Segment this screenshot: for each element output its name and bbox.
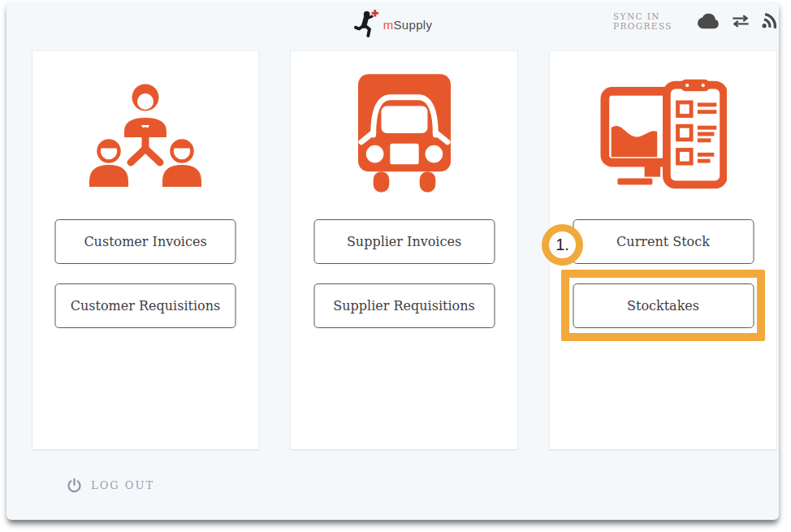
customers-group-icon (32, 72, 258, 196)
current-stock-button[interactable]: Current Stock (573, 219, 754, 264)
msupply-logo-text: mSupply (383, 18, 432, 32)
sync-status-text: SYNC IN PROGRESS (613, 11, 677, 31)
customer-card: Customer Invoices Customer Requisitions (32, 50, 259, 450)
msupply-runner-icon (353, 8, 381, 41)
delivery-truck-icon (291, 72, 517, 196)
rss-signal-icon[interactable] (761, 12, 779, 31)
step-1-annotation: 1. (542, 224, 583, 266)
supplier-card: Supplier Invoices Supplier Requisitions (290, 50, 518, 450)
logout-label: LOG OUT (91, 479, 154, 491)
sync-arrows-icon[interactable] (731, 13, 750, 29)
stock-card: Current Stock Stocktakes (549, 50, 777, 450)
customer-invoices-button[interactable]: Customer Invoices (55, 219, 236, 264)
monitor-clipboard-icon (550, 72, 776, 196)
logout-button[interactable]: LOG OUT (67, 478, 154, 493)
power-icon (67, 478, 82, 493)
stocktakes-button[interactable]: Stocktakes (573, 283, 754, 328)
app-window: mSupply SYNC IN PROGRESS (6, 2, 779, 520)
supplier-invoices-button[interactable]: Supplier Invoices (313, 219, 495, 264)
sync-status-area[interactable]: SYNC IN PROGRESS (613, 11, 779, 31)
supplier-requisitions-button[interactable]: Supplier Requisitions (313, 283, 495, 328)
customer-requisitions-button[interactable]: Customer Requisitions (55, 283, 236, 328)
cloud-icon[interactable] (695, 12, 720, 30)
step-1-label: 1. (555, 236, 569, 254)
